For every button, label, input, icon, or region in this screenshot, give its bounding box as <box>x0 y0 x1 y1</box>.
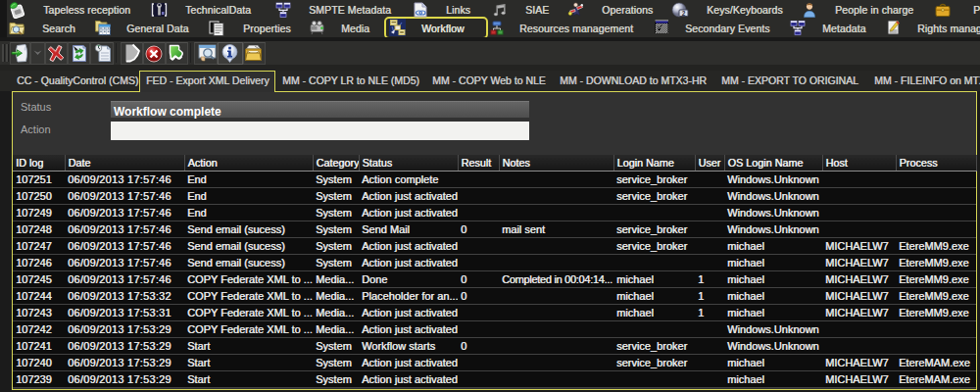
svg-text:2: 2 <box>682 10 686 17</box>
